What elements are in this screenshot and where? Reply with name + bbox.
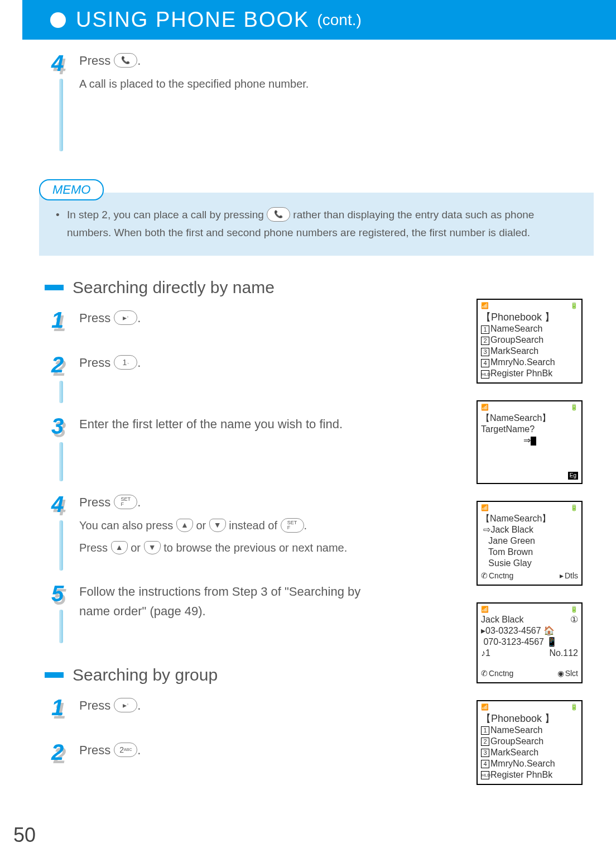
s4-l2d: . bbox=[304, 519, 307, 532]
step-text: Press bbox=[79, 743, 114, 757]
screen-phonebook-menu-2: 【Phonebook 】 1NameSearch 2GroupSearch 3M… bbox=[477, 700, 583, 785]
menu-item: MarkSearch bbox=[490, 748, 538, 757]
memo-text-a: In step 2, you can place a call by press… bbox=[67, 209, 267, 221]
footer-right: Dtls bbox=[565, 571, 578, 581]
page-header: USING PHONE BOOK (cont.) bbox=[22, 0, 616, 40]
menu-item: MmryNo.Search bbox=[490, 759, 555, 768]
memo-block: MEMO • In step 2, you can place a call b… bbox=[39, 179, 594, 256]
step-end: . bbox=[137, 356, 141, 370]
contact-name: Jack Black bbox=[481, 614, 523, 625]
name-step-2: 2 2 Press 1.,. bbox=[45, 353, 379, 403]
call-key-icon: 📞 bbox=[267, 207, 290, 222]
eg-badge: Eg bbox=[568, 472, 578, 480]
phone1: 03-0323-4567 bbox=[485, 626, 541, 635]
memno: No.112 bbox=[549, 648, 578, 659]
up-key-icon: ▲ bbox=[176, 519, 193, 532]
menu-item: Register PhnBk bbox=[490, 770, 552, 779]
battery-icon bbox=[570, 404, 578, 411]
step-number: 2 2 bbox=[46, 353, 71, 381]
screen-namesearch-list: 【NameSearch】 ⇨Jack Black Jane Green Tom … bbox=[477, 501, 583, 585]
screen-title: 【Phonebook 】 bbox=[481, 712, 578, 725]
menu-item: NameSearch bbox=[490, 324, 542, 333]
screen-contact-detail: Jack Black ① ▸03-0323-4567 🏠 070-3123-45… bbox=[477, 602, 583, 683]
step-text: Follow the instructions from Step 3 of "… bbox=[79, 585, 360, 618]
screen-prompt: TargetName? bbox=[481, 424, 578, 435]
screen-title: 【Phonebook 】 bbox=[481, 311, 578, 324]
step-text: Press bbox=[79, 698, 114, 712]
name-step-4: 4 4 Press SETF. You can also press ▲ or bbox=[45, 492, 379, 571]
signal-icon bbox=[481, 302, 489, 310]
step-4-top: 4 4 Press 📞. A call is placed to the spe… bbox=[45, 51, 594, 151]
right-key-icon: ▸▫ bbox=[114, 698, 137, 712]
name-step-3: 3 3 Enter the first letter of the name y… bbox=[45, 414, 379, 481]
footer-left: Cnctng bbox=[489, 669, 513, 679]
memo-label: MEMO bbox=[39, 179, 104, 200]
screen-phonebook-menu-1: 【Phonebook 】 1NameSearch 2GroupSearch 3M… bbox=[477, 299, 583, 384]
step-number: 1 1 bbox=[46, 308, 71, 336]
header-title: USING PHONE BOOK bbox=[76, 8, 309, 32]
section-searching-by-name: Searching directly by name bbox=[45, 278, 594, 297]
phone-icon: ✆ bbox=[481, 571, 488, 581]
down-key-icon: ▼ bbox=[209, 519, 226, 532]
step-end: . bbox=[137, 743, 141, 757]
home-icon: 🏠 bbox=[543, 626, 555, 635]
menu-item: MmryNo.Search bbox=[490, 357, 555, 367]
menu-item: GroupSearch bbox=[490, 335, 543, 344]
section-title: Searching by group bbox=[73, 666, 218, 684]
step-number: 1 1 bbox=[46, 696, 71, 724]
list-item: Susie Glay bbox=[488, 558, 531, 568]
right-key-icon: ▸▫ bbox=[114, 310, 137, 325]
header-bullet-icon bbox=[50, 12, 66, 28]
memo-bullet: • bbox=[56, 206, 67, 242]
s4-l3c: to browse the previous or next name. bbox=[163, 542, 347, 554]
name-step-5: 5 5 Follow the instructions from Step 3 … bbox=[45, 582, 379, 643]
s4-l3a: Press bbox=[79, 542, 111, 554]
step-number: 4 4 bbox=[46, 51, 71, 79]
page-number: 50 bbox=[13, 824, 36, 847]
step4-text-b: . bbox=[137, 54, 141, 68]
step-end: . bbox=[137, 698, 141, 712]
step-text: Press bbox=[79, 356, 114, 370]
phone2: 070-3123-4567 bbox=[483, 637, 544, 647]
up-key-icon: ▲ bbox=[111, 541, 128, 554]
step4-line2: A call is placed to the specified phone … bbox=[79, 75, 594, 93]
footer-left: Cnctng bbox=[489, 571, 513, 581]
menu-item: GroupSearch bbox=[490, 736, 543, 746]
footer-right: Slct bbox=[565, 669, 578, 679]
down-key-icon: ▼ bbox=[144, 541, 161, 554]
menu-item: Register PhnBk bbox=[490, 368, 552, 378]
signal-icon bbox=[481, 703, 489, 711]
call-key-icon: 📞 bbox=[114, 53, 137, 68]
s4-l2a: You can also press bbox=[79, 519, 176, 532]
s4-l2b: or bbox=[196, 519, 209, 532]
set-key-icon: SETF bbox=[114, 495, 137, 509]
section-bar-icon bbox=[45, 285, 64, 290]
menu-item: NameSearch bbox=[490, 725, 542, 735]
s4-l2c: instead of bbox=[229, 519, 280, 532]
num-badge: ① bbox=[570, 614, 578, 625]
list-item: Jack Black bbox=[490, 525, 533, 534]
list-item: Tom Brown bbox=[488, 547, 533, 557]
battery-icon bbox=[570, 606, 578, 614]
one-key-icon: 1., bbox=[114, 355, 137, 370]
signal-icon bbox=[481, 404, 489, 411]
s4-l3b: or bbox=[131, 542, 143, 554]
battery-icon bbox=[570, 302, 578, 310]
step-text: Press bbox=[79, 311, 114, 325]
screen-title: 【NameSearch】 bbox=[481, 413, 578, 424]
step-number: 3 3 bbox=[46, 414, 71, 442]
signal-icon bbox=[481, 606, 489, 614]
s4-l1a: Press bbox=[79, 495, 114, 509]
set-key-icon: SETF bbox=[281, 518, 304, 533]
step4-text-a: Press bbox=[79, 54, 114, 68]
list-item: Jane Green bbox=[488, 536, 535, 545]
screen-title: 【NameSearch】 bbox=[481, 513, 578, 524]
header-cont: (cont.) bbox=[317, 11, 361, 29]
mobile-icon: 📱 bbox=[546, 637, 557, 647]
phone-icon: ✆ bbox=[481, 669, 488, 679]
section-title: Searching directly by name bbox=[73, 278, 275, 297]
menu-item: MarkSearch bbox=[490, 346, 538, 356]
step-end: . bbox=[137, 311, 141, 325]
signal-icon bbox=[481, 504, 489, 512]
step-number: 5 5 bbox=[46, 582, 71, 610]
